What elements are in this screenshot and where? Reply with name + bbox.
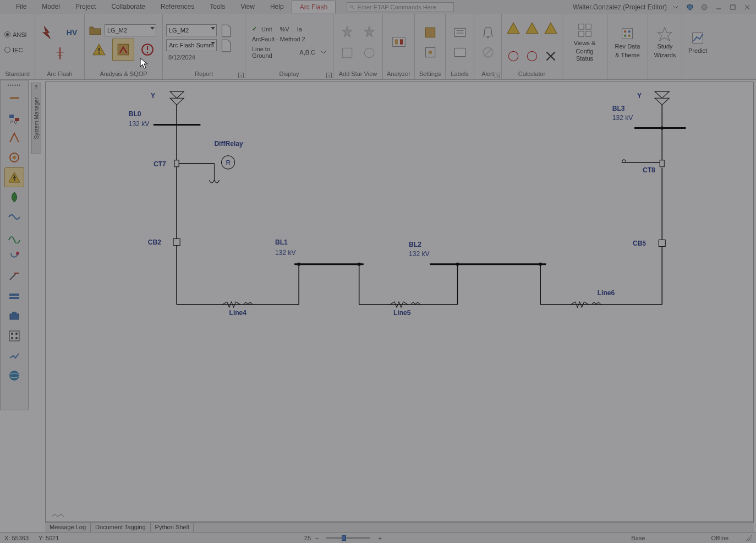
- arcflash-btn-1[interactable]: [37, 22, 58, 43]
- display-launcher[interactable]: ↘: [326, 73, 332, 78]
- side-btn-arcflash[interactable]: [4, 167, 24, 187]
- cb2[interactable]: CB2: [148, 167, 180, 305]
- menu-arc-flash[interactable]: Arc Flash: [292, 1, 336, 13]
- alert-launcher[interactable]: ↘: [495, 73, 500, 78]
- calc-btn-4[interactable]: [505, 48, 522, 64]
- side-btn-15[interactable]: [4, 366, 24, 385]
- menu-tools[interactable]: Tools: [202, 1, 233, 13]
- source-bl3[interactable]: Y: [637, 91, 669, 128]
- views-button[interactable]: Views &Config Status: [565, 21, 605, 64]
- grip-icon[interactable]: ••••••: [8, 83, 21, 88]
- tab-document-tagging[interactable]: Document Tagging: [91, 523, 151, 532]
- alert-cancel-icon[interactable]: [479, 44, 497, 61]
- side-btn-3[interactable]: [4, 128, 24, 148]
- menu-collaborate[interactable]: Collaborate: [103, 1, 152, 13]
- menu-model[interactable]: Model: [34, 1, 68, 13]
- revdata-button[interactable]: Rev Data& Theme: [612, 24, 644, 59]
- report-doc-icon[interactable]: [219, 24, 233, 37]
- line6[interactable]: Line6: [540, 247, 662, 308]
- svg-line-53: [10, 274, 15, 280]
- ct8[interactable]: CT8: [622, 160, 664, 174]
- side-btn-13[interactable]: [4, 326, 24, 346]
- settings-btn-1[interactable]: [421, 24, 439, 41]
- report-combo-1[interactable]: LG_M2: [166, 24, 217, 36]
- addstar-btn-1[interactable]: [338, 23, 357, 41]
- report-doc2-icon[interactable]: [219, 39, 233, 52]
- menu-references[interactable]: References: [153, 1, 202, 13]
- arcflash-btn-hv[interactable]: HV: [62, 22, 83, 43]
- analysis-btn-alert[interactable]: [136, 39, 158, 61]
- report-combo-2[interactable]: Arc Flash Summ: [166, 39, 217, 51]
- side-btn-2[interactable]: P Q: [4, 108, 24, 128]
- calc-btn-3[interactable]: [543, 20, 559, 36]
- menu-bar: File Model Project Collaborate Reference…: [0, 1, 336, 13]
- alert-bell-icon[interactable]: [479, 24, 497, 41]
- globe-icon[interactable]: [699, 2, 710, 13]
- zoom-slider[interactable]: [326, 537, 370, 539]
- side-btn-4[interactable]: [4, 148, 24, 167]
- zoom-in-button[interactable]: +: [378, 535, 381, 541]
- side-btn-11[interactable]: [4, 286, 24, 306]
- side-btn-9[interactable]: [4, 247, 24, 267]
- shield-icon[interactable]: [684, 2, 695, 13]
- addstar-btn-4[interactable]: [360, 44, 379, 62]
- bus-bl0[interactable]: BL0 132 kV: [129, 110, 201, 127]
- svg-point-33: [508, 52, 518, 61]
- zoom-out-button[interactable]: −: [315, 535, 319, 541]
- display-row-3[interactable]: Line to Ground A,B,C: [250, 45, 328, 60]
- dropdown-icon[interactable]: [670, 2, 681, 13]
- diagram-canvas[interactable]: Y BL0 132 kV CT7 R DiffRelay CB2 Line4: [45, 82, 754, 522]
- scratch-mark: [51, 511, 65, 519]
- radio-iec[interactable]: IEC: [4, 47, 23, 53]
- addstar-btn-3[interactable]: [338, 44, 357, 62]
- tab-python-shell[interactable]: Python Shell: [151, 523, 194, 532]
- analyzer-button[interactable]: [387, 33, 410, 52]
- calc-btn-5[interactable]: [524, 48, 540, 64]
- cb5[interactable]: CB5: [633, 168, 665, 247]
- labels-btn-1[interactable]: [451, 24, 469, 41]
- side-btn-7[interactable]: [4, 207, 24, 227]
- maximize-button[interactable]: [727, 2, 738, 13]
- radio-ansi[interactable]: ANSI: [4, 31, 27, 38]
- predict-button[interactable]: Predict: [685, 29, 710, 56]
- addstar-btn-2[interactable]: [360, 23, 379, 41]
- side-btn-10[interactable]: [4, 267, 24, 286]
- calc-btn-2[interactable]: [524, 20, 540, 36]
- system-manager-tab[interactable]: System Manager: [31, 83, 41, 154]
- tab-message-log[interactable]: Message Log: [45, 523, 91, 532]
- resize-grip-icon[interactable]: [745, 534, 752, 542]
- settings-btn-2[interactable]: [421, 44, 439, 61]
- minimize-button[interactable]: [713, 2, 724, 13]
- source-bl0[interactable]: Y: [151, 91, 184, 124]
- diffrelay[interactable]: R DiffRelay: [214, 140, 243, 169]
- labels-btn-2[interactable]: [451, 44, 469, 61]
- bus-bl1[interactable]: BL1 132 kV: [275, 238, 364, 266]
- menu-view[interactable]: View: [233, 1, 262, 13]
- command-input[interactable]: Enter ETAP Commands Here: [347, 2, 454, 12]
- arcflash-btn-sum[interactable]: [51, 44, 69, 63]
- side-btn-12[interactable]: [4, 306, 24, 326]
- bus-bl2[interactable]: BL2 132 kV: [409, 241, 546, 266]
- menu-file[interactable]: File: [8, 1, 34, 13]
- side-btn-1[interactable]: [4, 88, 24, 108]
- calc-btn-1[interactable]: [505, 20, 522, 36]
- menu-help[interactable]: Help: [262, 1, 292, 13]
- report-launcher[interactable]: ↘: [238, 73, 244, 78]
- display-row-1[interactable]: ✓ Unit %V Ia: [250, 24, 304, 34]
- line4[interactable]: Line4: [177, 264, 299, 317]
- side-btn-6[interactable]: [4, 187, 24, 207]
- folder-icon[interactable]: [88, 24, 102, 36]
- line5[interactable]: Line5: [359, 264, 458, 317]
- display-row-2[interactable]: ArcFault - Method 2: [250, 35, 308, 44]
- analysis-btn-warning[interactable]: [88, 39, 110, 61]
- side-btn-14[interactable]: [4, 346, 24, 366]
- menu-project[interactable]: Project: [68, 1, 103, 13]
- ct7[interactable]: CT7: [154, 125, 220, 183]
- side-btn-8[interactable]: [4, 227, 24, 247]
- analysis-btn-selected[interactable]: [112, 39, 134, 61]
- calc-btn-6[interactable]: [543, 48, 559, 64]
- bus-bl3[interactable]: BL3 132 kV: [612, 105, 686, 160]
- study-button[interactable]: StudyWizards: [651, 24, 680, 59]
- close-button[interactable]: [742, 2, 753, 13]
- analysis-combo[interactable]: LG_M2: [105, 24, 156, 36]
